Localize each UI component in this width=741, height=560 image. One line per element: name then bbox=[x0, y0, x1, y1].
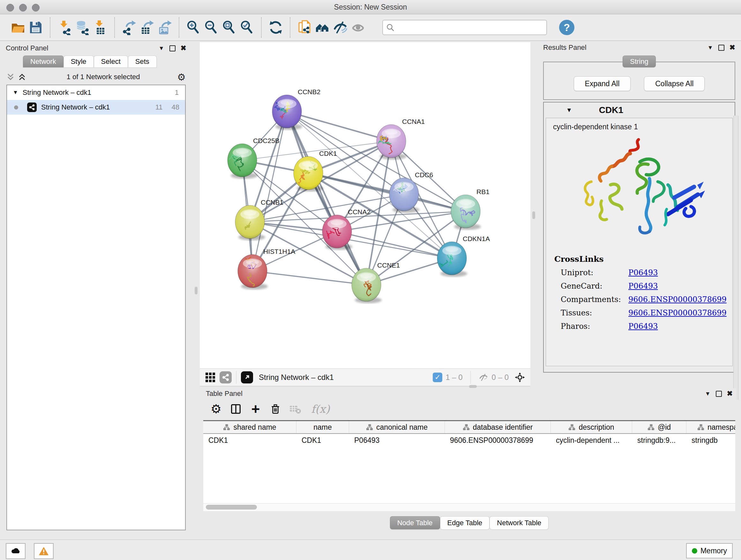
panel-collapse-icon[interactable]: ▼ bbox=[708, 44, 713, 51]
delete-column-trash-icon[interactable] bbox=[267, 401, 284, 417]
gene-collapse-icon[interactable]: ▼ bbox=[566, 107, 572, 114]
string-style-icon[interactable] bbox=[219, 371, 232, 383]
crosslink-link[interactable]: P06493 bbox=[628, 282, 658, 291]
zoom-out-icon[interactable] bbox=[202, 18, 220, 37]
birds-eye-grid-icon[interactable] bbox=[204, 371, 217, 384]
table-cell[interactable]: stringdb bbox=[686, 434, 735, 447]
selected-counts: 1 – 0 bbox=[446, 373, 462, 382]
panel-float-icon[interactable] bbox=[716, 391, 722, 397]
open-session-icon[interactable] bbox=[9, 18, 27, 37]
node-label: CCNA1 bbox=[402, 118, 425, 125]
splitter-handle[interactable] bbox=[532, 211, 535, 219]
panel-close-icon[interactable]: ✖ bbox=[181, 44, 186, 52]
split-table-icon[interactable] bbox=[227, 401, 244, 417]
tab-style[interactable]: Style bbox=[64, 56, 94, 67]
network-node-ccnb2[interactable]: CCNB2 bbox=[272, 88, 320, 130]
tab-string[interactable]: String bbox=[623, 56, 656, 67]
search-field[interactable] bbox=[382, 20, 547, 35]
table-cell[interactable]: CDK1 bbox=[296, 434, 349, 447]
selected-checkbox-icon[interactable]: ✓ bbox=[433, 373, 442, 382]
network-collection-row[interactable]: ▼ String Network – cdk1 1 bbox=[7, 85, 185, 100]
panel-close-icon[interactable]: ✖ bbox=[730, 44, 735, 52]
column-header-description[interactable]: description bbox=[551, 421, 632, 433]
network-edge[interactable] bbox=[253, 111, 287, 271]
import-network-icon[interactable] bbox=[56, 18, 73, 37]
results-scrollbar[interactable] bbox=[733, 116, 738, 400]
add-column-icon[interactable]: + bbox=[247, 401, 264, 417]
network-edge[interactable] bbox=[287, 111, 391, 141]
export-network-icon[interactable] bbox=[120, 18, 138, 37]
column-header-shared-name[interactable]: shared name bbox=[203, 421, 296, 433]
zoom-selected-icon[interactable] bbox=[238, 18, 256, 37]
splitter-handle[interactable] bbox=[469, 385, 477, 388]
import-database-icon[interactable] bbox=[73, 18, 91, 37]
tab-edge-table[interactable]: Edge Table bbox=[440, 516, 490, 530]
expand-all-button[interactable]: Expand All bbox=[574, 76, 631, 91]
gear-icon[interactable]: ⚙ bbox=[177, 71, 186, 83]
crosslink-link[interactable]: 9606.ENSP00000378699 bbox=[628, 308, 727, 317]
search-input[interactable] bbox=[397, 23, 543, 32]
cloud-icon[interactable] bbox=[6, 543, 25, 559]
network-canvas[interactable]: CCNB2CCNA1CDC25BCDK1CDC6RB1CCNB1CCNA2CDK… bbox=[200, 42, 530, 367]
network-node-ccna1[interactable]: CCNA1 bbox=[375, 118, 425, 160]
tree-expand-icon[interactable]: ▼ bbox=[13, 89, 18, 96]
import-table-icon[interactable] bbox=[91, 18, 109, 37]
column-header-name[interactable]: name bbox=[296, 421, 349, 433]
zoom-in-icon[interactable] bbox=[185, 18, 202, 37]
tab-network[interactable]: Network bbox=[23, 56, 64, 67]
network-edge[interactable] bbox=[287, 111, 366, 285]
tab-network-table[interactable]: Network Table bbox=[489, 516, 549, 530]
memory-button[interactable]: Memory bbox=[686, 543, 733, 558]
first-neighbors-icon[interactable] bbox=[313, 18, 331, 37]
column-header-canonical-name[interactable]: canonical name bbox=[349, 421, 445, 433]
network-node-ccnb1[interactable]: CCNB1 bbox=[235, 199, 283, 240]
collapse-all-chevron-icon[interactable] bbox=[6, 73, 15, 81]
crosslink-link[interactable]: P06493 bbox=[628, 268, 658, 277]
scrollbar-thumb[interactable] bbox=[206, 505, 257, 509]
zoom-fit-icon[interactable] bbox=[220, 18, 238, 37]
table-settings-gear-icon[interactable]: ⚙ bbox=[208, 401, 224, 417]
network-edge[interactable] bbox=[253, 271, 366, 285]
table-panel: Table Panel ▼ ✖ ⚙ + f(x) bbox=[203, 388, 736, 538]
network-node-cdkn1a[interactable]: CDKN1A bbox=[434, 235, 490, 277]
fit-crosshair-icon[interactable] bbox=[513, 371, 527, 384]
save-session-icon[interactable] bbox=[27, 18, 45, 37]
crosslink-link[interactable]: 9606.ENSP00000378699 bbox=[628, 295, 727, 304]
tab-node-table[interactable]: Node Table bbox=[390, 516, 440, 530]
collapse-all-button[interactable]: Collapse All bbox=[644, 76, 704, 91]
column-header-@id[interactable]: @id bbox=[632, 421, 686, 433]
panel-collapse-icon[interactable]: ▼ bbox=[158, 45, 164, 52]
tab-sets[interactable]: Sets bbox=[128, 56, 157, 67]
table-cell[interactable]: 9606.ENSP00000378699 bbox=[445, 434, 551, 447]
column-header-database-identifier[interactable]: database identifier bbox=[445, 421, 551, 433]
panel-float-icon[interactable] bbox=[718, 45, 724, 51]
table-row[interactable]: CDK1CDK1P064939606.ENSP00000378699cyclin… bbox=[203, 434, 735, 447]
tab-select[interactable]: Select bbox=[94, 56, 128, 67]
help-icon[interactable]: ? bbox=[559, 20, 575, 35]
crosslink-link[interactable]: P06493 bbox=[628, 322, 658, 331]
panel-float-icon[interactable] bbox=[170, 45, 176, 51]
export-table-icon[interactable] bbox=[138, 18, 156, 37]
network-node-rb1[interactable]: RB1 bbox=[451, 188, 489, 230]
table-horizontal-scrollbar[interactable] bbox=[203, 503, 735, 511]
network-row-selected[interactable]: String Network – cdk1 11 48 bbox=[7, 100, 185, 115]
panel-close-icon[interactable]: ✖ bbox=[727, 389, 733, 398]
column-header-namespace[interactable]: namespace bbox=[686, 421, 735, 433]
table-cell[interactable]: cyclin-dependent ... bbox=[551, 434, 632, 447]
network-edge[interactable] bbox=[308, 173, 466, 211]
panel-collapse-icon[interactable]: ▼ bbox=[705, 390, 711, 397]
expand-all-chevron-icon[interactable] bbox=[18, 73, 26, 81]
export-image-icon[interactable] bbox=[156, 18, 174, 37]
table-cell[interactable]: CDK1 bbox=[203, 434, 296, 447]
hide-selected-icon[interactable] bbox=[331, 18, 349, 37]
refresh-icon[interactable] bbox=[267, 18, 285, 37]
network-node-cdc6[interactable]: CDC6 bbox=[389, 171, 433, 213]
table-cell[interactable]: stringdb:9... bbox=[632, 434, 686, 447]
duplicate-network-icon[interactable] bbox=[295, 18, 313, 37]
warning-icon[interactable] bbox=[34, 543, 54, 559]
crosslinks-title: CrossLinks bbox=[554, 254, 727, 264]
network-node-hist1h1a[interactable]: HIST1H1A bbox=[238, 248, 295, 291]
splitter-handle[interactable] bbox=[195, 287, 198, 294]
table-cell[interactable]: P06493 bbox=[349, 434, 445, 447]
open-in-browser-icon[interactable] bbox=[241, 371, 253, 383]
